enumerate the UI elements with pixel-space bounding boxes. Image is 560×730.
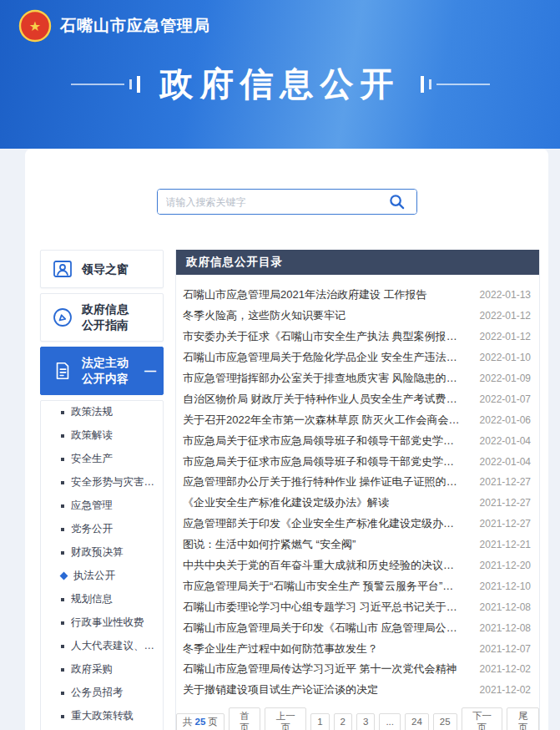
- article-title[interactable]: 市应急局关于征求市应急局领导班子和领导干部党史学习教育专题民主生活会 意...: [183, 433, 464, 449]
- diamond-bullet-icon: [60, 572, 68, 580]
- article-title[interactable]: 自治区物价局 财政厅关于特种作业人员安全生产考试费标准的复函: [183, 392, 464, 407]
- article-row[interactable]: 中共中央关于党的百年奋斗重大成就和历史经验的决议（全文）2021-12-20: [176, 555, 539, 576]
- sidebar-item-major-policy-repost[interactable]: 重大政策转载: [41, 705, 163, 728]
- article-row[interactable]: 石嘴山市应急管理局关于印发《石嘴山市 应急管理局公平竞争审查制度（试行）...2…: [176, 617, 539, 638]
- banner-title: 政府信息公开: [160, 61, 401, 107]
- article-title[interactable]: 图说：生活中如何拧紧燃气 “安全阀”: [183, 537, 464, 552]
- article-title[interactable]: 市安委办关于征求《石嘴山市安全生产执法 典型案例报送和曝光制度》意见建议...: [183, 329, 464, 344]
- article-row[interactable]: 市应急局关于征求市应急局领导班子和领导干部党史学习教育专题民主生活会 意...2…: [176, 430, 539, 451]
- article-date: 2022-01-09: [472, 373, 531, 384]
- article-row[interactable]: 石嘴山市委理论学习中心组专题学习 习近平总书记关于安全生产 重要论述2021-1…: [176, 596, 539, 617]
- sidebar-item-policy-interpretation[interactable]: 政策解读: [41, 424, 163, 448]
- article-date: 2021-12-02: [472, 684, 531, 696]
- article-row[interactable]: 石嘴山市应急管理局传达学习习近平 第十一次党代会精神2021-12-02: [176, 659, 539, 680]
- sidebar-item-label: 政府信息公开指南: [82, 302, 134, 333]
- article-title[interactable]: 市应急管理局关于“石嘴山市安全生产 预警云服务平台”运行情况的通报: [183, 579, 464, 594]
- sidebar-menu: 政策法规 政策解读 安全生产 安全形势与灾害预警 应急管理 党务公开 财政预决算…: [40, 400, 164, 730]
- sidebar-item-label: 法定主动公开内容: [82, 355, 134, 387]
- collapse-indicator[interactable]: —: [144, 364, 156, 378]
- sidebar-item-leader-window[interactable]: 领导之窗: [40, 250, 164, 288]
- article-row[interactable]: 《企业安全生产标准化建设定级办法》解读2021-12-27: [176, 493, 539, 514]
- pagination-last[interactable]: 尾页: [507, 707, 539, 730]
- sidebar-item-policy-law[interactable]: 政策法规: [41, 401, 163, 424]
- article-title[interactable]: 冬季火险高，这些防火知识要牢记: [183, 308, 464, 323]
- sidebar-item-fiscal-budget[interactable]: 财政预决算: [41, 541, 163, 565]
- pagination-prev[interactable]: 上一页: [265, 707, 306, 730]
- article-title[interactable]: 石嘴山市应急管理局2021年法治政府建设 工作报告: [183, 287, 464, 302]
- pagination-page-24[interactable]: 24: [405, 713, 429, 730]
- article-title[interactable]: 应急管理部关于印发《企业安全生产标准化建设定级办法》的通知: [183, 516, 464, 531]
- article-date: 2021-12-07: [472, 643, 531, 655]
- sidebar-item-administrative-fees[interactable]: 行政事业性收费: [41, 611, 163, 635]
- article-row[interactable]: 市应急局关于征求市应急局领导班子和领导干部党史学习教育专题民主生活会 意...2…: [176, 451, 539, 472]
- sidebar-item-disclosure-guide[interactable]: 政府信息公开指南: [40, 293, 164, 342]
- page-header: ★ 石嘴山市应急管理局 政府信息公开: [0, 0, 560, 149]
- article-row[interactable]: 应急管理部关于印发《企业安全生产标准化建设定级办法》的通知2021-12-27: [176, 514, 539, 535]
- pagination: 共25页 首页 上一页 1 2 3 ... 24 25 下一页 尾页: [176, 701, 539, 730]
- article-title[interactable]: 冬季企业生产过程中如何防范事故发生？: [183, 641, 464, 656]
- page-total-suffix: 页: [208, 717, 218, 728]
- banner-decoration-right: [421, 76, 490, 93]
- sidebar-item-statutory-disclosure[interactable]: 法定主动公开内容 —: [40, 347, 164, 395]
- bullet-icon: [61, 692, 64, 695]
- article-date: 2022-01-12: [472, 310, 531, 322]
- search-input[interactable]: [158, 190, 378, 214]
- article-title[interactable]: 关于撤销建设项目试生产论证洽谈的决定: [183, 682, 464, 697]
- article-list: 石嘴山市应急管理局2021年法治政府建设 工作报告2022-01-13 冬季火险…: [176, 275, 539, 701]
- article-row[interactable]: 关于撤销建设项目试生产论证洽谈的决定2021-12-02: [176, 680, 539, 701]
- article-date: 2021-12-08: [472, 622, 531, 634]
- page-total: 共25页: [176, 713, 225, 730]
- sidebar-item-work-safety[interactable]: 安全生产: [41, 448, 163, 471]
- article-date: 2021-12-10: [472, 580, 531, 592]
- article-row[interactable]: 冬季企业生产过程中如何防范事故发生？2021-12-07: [176, 638, 539, 659]
- article-title[interactable]: 石嘴山市应急管理局关于危险化学品企业 安全生产违法行为典型案例的通报: [183, 350, 464, 365]
- bullet-icon: [61, 434, 64, 438]
- article-row[interactable]: 关于召开2022年全市第一次森林草原 防灭火工作会商会议的通知2022-01-0…: [176, 409, 539, 430]
- pagination-page-25[interactable]: 25: [433, 713, 457, 730]
- sidebar-item-gov-procurement[interactable]: 政府采购: [41, 658, 163, 682]
- search-button[interactable]: [378, 190, 416, 214]
- article-title[interactable]: 应急管理部办公厅关于推行特种作业 操作证电子证照的通知: [183, 474, 464, 489]
- sidebar-item-npc-cppcc[interactable]: 人大代表建议、政协委...: [41, 635, 163, 658]
- article-row[interactable]: 应急管理部办公厅关于推行特种作业 操作证电子证照的通知2021-12-27: [176, 472, 539, 493]
- pagination-page-1[interactable]: 1: [310, 713, 329, 730]
- article-title[interactable]: 市应急管理指挥部办公室关于排查地质灾害 风险隐患的紧急通知: [183, 371, 464, 386]
- article-row[interactable]: 冬季火险高，这些防火知识要牢记2022-01-12: [176, 306, 539, 327]
- bullet-icon: [61, 504, 64, 508]
- pagination-page-3[interactable]: 3: [356, 713, 375, 730]
- article-date: 2021-12-27: [472, 497, 531, 509]
- article-row[interactable]: 石嘴山市应急管理局2021年法治政府建设 工作报告2022-01-13: [176, 285, 539, 306]
- sidebar-item-planning-info[interactable]: 规划信息: [41, 588, 163, 611]
- article-row[interactable]: 市应急管理指挥部办公室关于排查地质灾害 风险隐患的紧急通知2022-01-09: [176, 368, 539, 389]
- section-title: 政府信息公开目录: [186, 256, 283, 268]
- article-title[interactable]: 石嘴山市应急管理局关于印发《石嘴山市 应急管理局公平竞争审查制度（试行）...: [183, 621, 464, 636]
- article-title[interactable]: 《企业安全生产标准化建设定级办法》解读: [183, 495, 464, 510]
- pagination-ellipsis[interactable]: ...: [379, 713, 401, 730]
- article-date: 2021-12-08: [472, 601, 531, 613]
- article-row[interactable]: 石嘴山市应急管理局关于危险化学品企业 安全生产违法行为典型案例的通报2022-0…: [176, 347, 539, 368]
- sidebar-item-party-affairs[interactable]: 党务公开: [41, 518, 163, 541]
- article-title[interactable]: 关于召开2022年全市第一次森林草原 防灭火工作会商会议的通知: [183, 413, 464, 428]
- article-row[interactable]: 自治区物价局 财政厅关于特种作业人员安全生产考试费标准的复函2022-01-07: [176, 388, 539, 409]
- content-card: 领导之窗 政府信息公开指南 法定主动公开内容: [25, 149, 548, 730]
- article-title[interactable]: 石嘴山市应急管理局传达学习习近平 第十一次党代会精神: [183, 662, 464, 677]
- pagination-page-2[interactable]: 2: [334, 713, 352, 730]
- article-date: 2021-12-27: [472, 518, 531, 530]
- sidebar-item-law-enforcement[interactable]: 执法公开: [41, 565, 163, 588]
- article-date: 2022-01-04: [472, 456, 531, 468]
- search-icon: [388, 193, 406, 210]
- pagination-first[interactable]: 首页: [229, 707, 261, 730]
- article-title[interactable]: 中共中央关于党的百年奋斗重大成就和历史经验的决议（全文）: [183, 558, 464, 573]
- banner: 政府信息公开: [0, 61, 560, 107]
- sidebar-item-safety-situation[interactable]: 安全形势与灾害预警: [41, 471, 163, 494]
- article-title[interactable]: 石嘴山市委理论学习中心组专题学习 习近平总书记关于安全生产 重要论述: [183, 600, 464, 615]
- article-date: 2022-01-10: [472, 352, 531, 363]
- sidebar-item-civil-servant-recruitment[interactable]: 公务员招考: [41, 682, 163, 705]
- article-row[interactable]: 市应急管理局关于“石嘴山市安全生产 预警云服务平台”运行情况的通报2021-12…: [176, 575, 539, 596]
- pagination-next[interactable]: 下一页: [462, 707, 503, 730]
- article-date: 2022-01-13: [472, 289, 531, 301]
- article-row[interactable]: 图说：生活中如何拧紧燃气 “安全阀”2021-12-21: [176, 535, 539, 555]
- article-title[interactable]: 市应急局关于征求市应急局领导班子和领导干部党史学习教育专题民主生活会 意...: [183, 454, 464, 469]
- article-row[interactable]: 市安委办关于征求《石嘴山市安全生产执法 典型案例报送和曝光制度》意见建议...2…: [176, 327, 539, 347]
- sidebar-item-emergency-management[interactable]: 应急管理: [41, 494, 163, 518]
